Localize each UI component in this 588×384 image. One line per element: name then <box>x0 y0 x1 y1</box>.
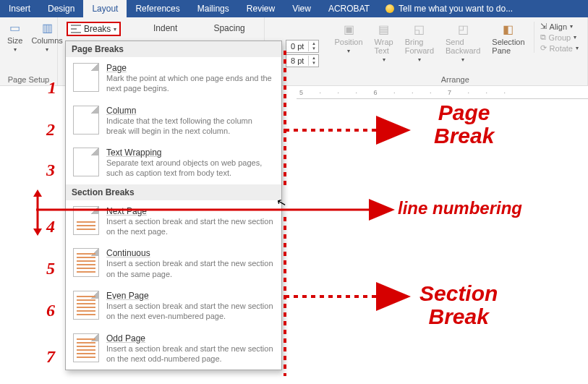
lightbulb-icon <box>385 4 394 13</box>
arrange-group: ▣Position▾ ▤Wrap Text▾ ◱Bring Forward▾ ◰… <box>323 17 588 85</box>
annotation-7: 7 <box>46 347 55 367</box>
chevron-down-icon: ▾ <box>14 46 17 53</box>
breaks-dropdown: Page Breaks PageMark the point at which … <box>65 40 282 370</box>
position-button[interactable]: ▣Position▾ <box>331 22 365 54</box>
spacing-before-value: 0 pt <box>286 42 308 51</box>
odd-page-icon <box>73 333 99 362</box>
section-breaks-header: Section Breaks <box>66 184 281 200</box>
page-setup-group-label: Page Setup <box>4 74 53 84</box>
annotation-line-numbering: line numbering <box>398 199 522 217</box>
tab-design[interactable]: Design <box>39 0 83 17</box>
indent-label: Indent <box>153 23 177 33</box>
tab-references[interactable]: References <box>127 0 188 17</box>
rotate-icon: ⟳ <box>540 43 547 53</box>
page-break-item[interactable]: PageMark the point at which one page end… <box>66 57 281 100</box>
columns-button[interactable]: ▥ Columns ▾ <box>28 20 65 53</box>
annotation-page-break: PageBreak <box>434 101 494 147</box>
continuous-item[interactable]: ContinuousInsert a section break and sta… <box>66 242 281 285</box>
tab-acrobat[interactable]: ACROBAT <box>320 0 378 17</box>
group-button[interactable]: ⧉ Group ▾ <box>540 33 579 42</box>
selection-pane-button[interactable]: ◧Selection Pane <box>489 22 527 55</box>
annotation-2: 2 <box>46 120 55 140</box>
down-arrow-icon[interactable]: ▼ <box>309 61 318 66</box>
tab-view[interactable]: View <box>284 0 320 17</box>
continuous-icon <box>73 248 99 277</box>
page-size-icon: ▭ <box>8 20 22 35</box>
tab-insert[interactable]: Insert <box>0 0 39 17</box>
chevron-down-icon: ▾ <box>114 26 116 33</box>
text-wrapping-icon <box>73 148 99 176</box>
annotation-5: 5 <box>46 259 55 278</box>
spacing-before-input[interactable]: 0 pt▲▼ <box>286 40 319 53</box>
page-breaks-header: Page Breaks <box>66 41 281 57</box>
align-icon: ⇲ <box>540 22 547 31</box>
column-break-icon <box>73 106 99 135</box>
arrange-group-label: Arrange <box>327 74 583 84</box>
annotation-6: 6 <box>46 301 55 320</box>
size-button[interactable]: ▭ Size ▾ <box>4 20 25 53</box>
send-backward-button[interactable]: ◰Send Backward▾ <box>443 22 483 63</box>
position-icon: ▣ <box>341 22 356 36</box>
bring-forward-icon: ◱ <box>412 22 427 36</box>
horizontal-ruler: 5 · · · 6 · · · 7 · · · <box>297 86 588 99</box>
up-arrow-icon[interactable]: ▲ <box>309 41 318 46</box>
tab-review[interactable]: Review <box>238 0 284 17</box>
tab-layout[interactable]: Layout <box>83 0 127 17</box>
tell-me-text: Tell me what you want to do... <box>399 4 513 14</box>
up-arrow-icon[interactable]: ▲ <box>309 56 318 61</box>
annotation-section-break: SectionBreak <box>419 282 498 328</box>
tab-mailings[interactable]: Mailings <box>189 0 238 17</box>
spacing-after-value: 8 pt <box>286 56 308 65</box>
rotate-button[interactable]: ⟳ Rotate ▾ <box>540 43 579 53</box>
ribbon-tabs: Insert Design Layout References Mailings… <box>0 0 588 17</box>
bring-forward-button[interactable]: ◱Bring Forward▾ <box>402 22 437 63</box>
page-icon <box>73 63 99 92</box>
align-button[interactable]: ⇲ Align ▾ <box>540 22 579 31</box>
even-page-item[interactable]: Even PageInsert a section break and star… <box>66 285 281 328</box>
breaks-icon <box>71 25 81 33</box>
columns-icon: ▥ <box>40 20 54 35</box>
next-page-icon <box>73 206 99 235</box>
selection-pane-icon: ◧ <box>501 22 516 36</box>
annotation-1: 1 <box>48 78 56 98</box>
group-icon: ⧉ <box>540 33 546 42</box>
next-page-item[interactable]: Next PageInsert a section break and star… <box>66 200 281 243</box>
page-setup-group: ▭ Size ▾ ▥ Columns ▾ Page Setup <box>0 17 58 85</box>
annotation-3: 3 <box>46 161 55 180</box>
size-label: Size <box>7 36 22 45</box>
wrap-text-icon: ▤ <box>377 22 391 36</box>
even-page-icon <box>73 291 99 320</box>
text-wrapping-item[interactable]: Text WrappingSeparate text around object… <box>66 142 281 184</box>
spacing-label: Spacing <box>213 23 244 33</box>
spacing-after-input[interactable]: 8 pt▲▼ <box>286 54 319 67</box>
wrap-text-button[interactable]: ▤Wrap Text▾ <box>372 22 396 63</box>
annotation-4: 4 <box>46 217 55 236</box>
columns-label: Columns <box>31 36 62 45</box>
column-break-item[interactable]: ColumnIndicate that the text following t… <box>66 100 281 142</box>
breaks-label: Breaks <box>84 24 111 34</box>
odd-page-item[interactable]: Odd PageInsert a section break and start… <box>66 328 281 370</box>
send-backward-icon: ◰ <box>456 22 470 36</box>
breaks-button[interactable]: Breaks ▾ <box>67 22 121 36</box>
down-arrow-icon[interactable]: ▼ <box>309 46 318 51</box>
chevron-down-icon: ▾ <box>46 46 48 53</box>
tell-me-search[interactable]: Tell me what you want to do... <box>378 0 588 17</box>
